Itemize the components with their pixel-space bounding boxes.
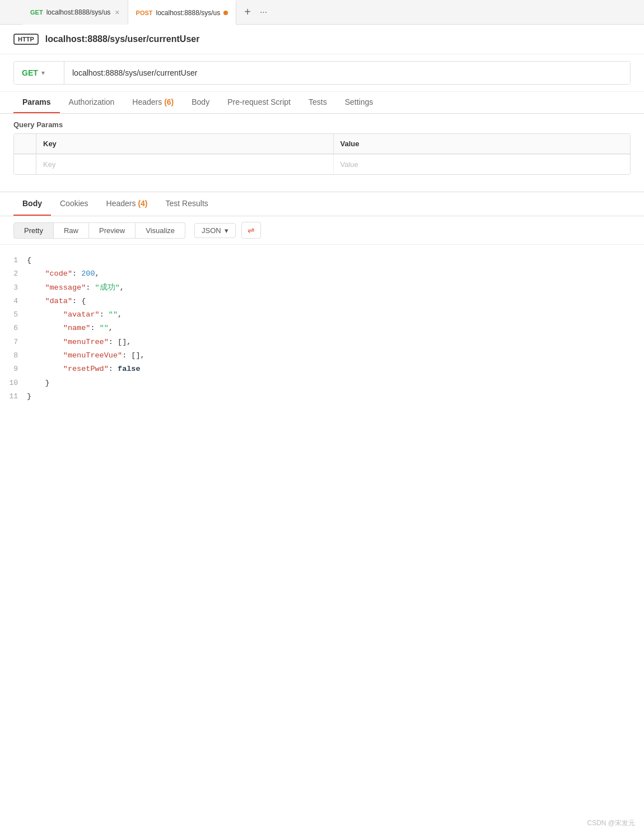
line-content: { [27, 254, 31, 267]
json-line: 8 "menuTreeVue": [], [0, 349, 644, 362]
line-content: "resetPwd": false [27, 362, 141, 376]
tab-headers[interactable]: Headers (6) [123, 92, 183, 113]
json-punct: } [27, 379, 50, 387]
format-selector[interactable]: JSON ▾ [194, 223, 236, 238]
json-line: 2 "code": 200, [0, 267, 644, 281]
chevron-down-icon: ▾ [41, 69, 45, 77]
method-selector[interactable]: GET ▾ [14, 62, 64, 84]
view-preview[interactable]: Preview [89, 222, 136, 239]
request-tabs-nav: Params Authorization Headers (6) Body Pr… [0, 92, 644, 114]
json-punct: [] [118, 338, 127, 346]
json-punct: : { [72, 297, 86, 305]
tab-add-button[interactable]: + [244, 6, 251, 18]
params-table: Key Value Key Value [13, 133, 631, 175]
json-value-str: "" [109, 310, 118, 319]
line-content: "message": "成功", [27, 281, 124, 295]
json-line: 11} [0, 390, 644, 403]
tab-more-button[interactable]: ··· [260, 7, 267, 17]
tab-get-close[interactable]: × [115, 8, 119, 17]
format-chevron-icon: ▾ [225, 226, 228, 235]
json-line: 4 "data": { [0, 295, 644, 308]
tab-post-url: localhost:8888/sys/us [156, 9, 221, 17]
json-punct: , [127, 338, 131, 346]
request-title-bar: HTTP localhost:8888/sys/user/currentUser [0, 25, 644, 54]
response-tabs-nav: Body Cookies Headers (4) Test Results [0, 192, 644, 216]
url-input[interactable] [64, 62, 630, 84]
json-value-str: "" [100, 324, 109, 332]
json-line: 10 } [0, 376, 644, 390]
json-punct: , [141, 351, 145, 360]
format-label: JSON [202, 226, 221, 235]
col-value-header: Value [334, 134, 631, 154]
json-viewer: 1{2 "code": 200,3 "message": "成功",4 "dat… [0, 245, 644, 412]
view-visualize[interactable]: Visualize [136, 222, 185, 239]
col-value-cell[interactable]: Value [334, 155, 631, 174]
line-content: "code": 200, [27, 267, 100, 281]
line-content: } [27, 390, 31, 403]
tab-actions: + ··· [236, 6, 275, 18]
view-pretty[interactable]: Pretty [13, 222, 54, 239]
tab-authorization[interactable]: Authorization [60, 92, 124, 113]
view-raw[interactable]: Raw [54, 222, 89, 239]
tab-tests[interactable]: Tests [300, 92, 336, 113]
tab-get-method: GET [30, 9, 43, 16]
params-table-header: Key Value [14, 134, 630, 154]
wrap-button[interactable]: ⇌ [241, 222, 261, 239]
tab-settings[interactable]: Settings [336, 92, 382, 113]
tab-post[interactable]: POST localhost:8888/sys/us [128, 0, 237, 25]
json-value-num: 200 [81, 269, 95, 278]
watermark: CSDN @宋发元 [587, 819, 635, 828]
json-key: "message" [27, 283, 86, 292]
res-body-tab[interactable]: Body [13, 192, 51, 216]
tab-params[interactable]: Params [13, 92, 60, 113]
json-punct: : [109, 365, 118, 373]
line-number: 7 [4, 336, 27, 348]
line-content: "name": "", [27, 322, 113, 335]
tab-post-method: POST [136, 10, 153, 16]
json-line: 1{ [0, 254, 644, 267]
url-bar-container: GET ▾ [0, 54, 644, 92]
json-punct: : [86, 283, 95, 292]
json-punct: } [27, 392, 31, 401]
json-line: 7 "menuTree": [], [0, 336, 644, 349]
line-number: 4 [4, 295, 27, 308]
tab-body[interactable]: Body [183, 92, 218, 113]
col-key-header: Key [36, 134, 334, 154]
col-check-cell [14, 155, 36, 174]
line-number: 3 [4, 281, 27, 294]
line-number: 8 [4, 349, 27, 362]
line-content: "data": { [27, 295, 86, 308]
json-punct: : [72, 269, 81, 278]
json-punct: [] [131, 351, 140, 360]
tab-get[interactable]: GET localhost:8888/sys/us × [22, 0, 128, 25]
res-headers-badge: (4) [138, 199, 147, 208]
tab-pre-request[interactable]: Pre-request Script [218, 92, 300, 113]
query-params-header: Query Params [0, 114, 644, 133]
col-key-cell[interactable]: Key [36, 155, 334, 174]
res-headers-tab[interactable]: Headers (4) [97, 192, 157, 216]
line-number: 10 [4, 376, 27, 389]
line-number: 2 [4, 267, 27, 280]
res-cookies-tab[interactable]: Cookies [51, 192, 97, 216]
json-key: "data" [27, 297, 72, 305]
line-number: 6 [4, 322, 27, 334]
json-punct: , [109, 324, 113, 332]
json-line: 9 "resetPwd": false [0, 362, 644, 376]
json-key: "menuTree" [27, 338, 109, 346]
json-key: "code" [27, 269, 72, 278]
json-punct: : [100, 310, 109, 319]
json-punct: : [122, 351, 131, 360]
json-punct: , [95, 269, 100, 278]
json-punct: , [118, 310, 122, 319]
line-content: "avatar": "", [27, 308, 122, 322]
json-line: 5 "avatar": "", [0, 308, 644, 322]
response-toolbar: Pretty Raw Preview Visualize JSON ▾ ⇌ [0, 216, 644, 245]
line-content: } [27, 376, 50, 390]
params-table-row: Key Value [14, 154, 630, 174]
url-bar: GET ▾ [13, 61, 631, 85]
tab-bar: GET localhost:8888/sys/us × POST localho… [0, 0, 644, 25]
line-content: "menuTreeVue": [], [27, 349, 145, 362]
res-test-results-tab[interactable]: Test Results [157, 192, 217, 216]
method-label: GET [22, 68, 38, 77]
json-punct: : [90, 324, 99, 332]
